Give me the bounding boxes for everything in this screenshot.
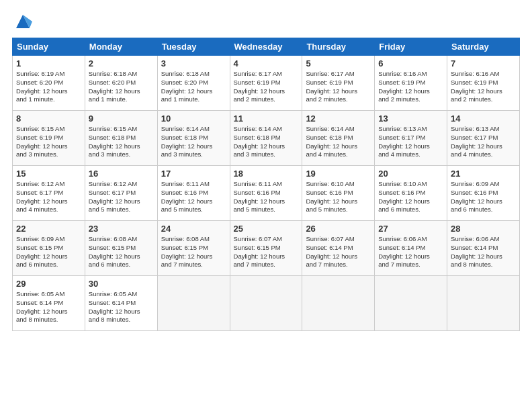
day-number: 11 [234, 113, 299, 124]
day-number: 27 [378, 224, 443, 234]
day-cell: 10Sunrise: 6:14 AMSunset: 6:18 PMDayligh… [157, 111, 230, 166]
day-info: Sunrise: 6:19 AMSunset: 6:20 PMDaylight:… [16, 70, 68, 103]
col-header-friday: Friday [375, 38, 447, 56]
day-cell: 13Sunrise: 6:13 AMSunset: 6:17 PMDayligh… [375, 111, 447, 166]
col-header-saturday: Saturday [447, 38, 520, 56]
day-info: Sunrise: 6:09 AMSunset: 6:15 PMDaylight:… [16, 235, 68, 268]
day-cell: 6Sunrise: 6:16 AMSunset: 6:19 PMDaylight… [375, 56, 447, 111]
day-info: Sunrise: 6:16 AMSunset: 6:19 PMDaylight:… [451, 70, 502, 103]
day-cell: 4Sunrise: 6:17 AMSunset: 6:19 PMDaylight… [230, 56, 302, 111]
day-info: Sunrise: 6:12 AMSunset: 6:17 PMDaylight:… [16, 180, 68, 213]
day-info: Sunrise: 6:14 AMSunset: 6:18 PMDaylight:… [161, 125, 213, 158]
day-cell: 7Sunrise: 6:16 AMSunset: 6:19 PMDaylight… [447, 56, 520, 111]
day-cell: 22Sunrise: 6:09 AMSunset: 6:15 PMDayligh… [13, 221, 85, 276]
week-row-1: 1Sunrise: 6:19 AMSunset: 6:20 PMDaylight… [13, 56, 520, 111]
week-row-2: 8Sunrise: 6:15 AMSunset: 6:19 PMDaylight… [13, 111, 520, 166]
day-cell [375, 276, 447, 331]
header-row: SundayMondayTuesdayWednesdayThursdayFrid… [13, 38, 520, 56]
col-header-tuesday: Tuesday [157, 38, 230, 56]
day-number: 9 [89, 113, 154, 124]
col-header-wednesday: Wednesday [230, 38, 302, 56]
day-info: Sunrise: 6:11 AMSunset: 6:16 PMDaylight:… [234, 180, 285, 213]
day-info: Sunrise: 6:08 AMSunset: 6:15 PMDaylight:… [89, 235, 140, 268]
day-cell: 2Sunrise: 6:18 AMSunset: 6:20 PMDaylight… [85, 56, 157, 111]
day-number: 8 [16, 113, 81, 124]
day-info: Sunrise: 6:12 AMSunset: 6:17 PMDaylight:… [89, 180, 140, 213]
col-header-sunday: Sunday [13, 38, 85, 56]
day-cell: 5Sunrise: 6:17 AMSunset: 6:19 PMDaylight… [302, 56, 375, 111]
day-cell: 17Sunrise: 6:11 AMSunset: 6:16 PMDayligh… [157, 166, 230, 221]
day-cell: 15Sunrise: 6:12 AMSunset: 6:17 PMDayligh… [13, 166, 85, 221]
day-cell: 12Sunrise: 6:14 AMSunset: 6:18 PMDayligh… [302, 111, 375, 166]
day-number: 30 [89, 279, 154, 289]
day-cell: 11Sunrise: 6:14 AMSunset: 6:18 PMDayligh… [230, 111, 302, 166]
col-header-monday: Monday [85, 38, 157, 56]
day-cell: 18Sunrise: 6:11 AMSunset: 6:16 PMDayligh… [230, 166, 302, 221]
day-number: 19 [306, 169, 371, 179]
day-number: 24 [161, 224, 226, 234]
day-number: 13 [378, 113, 443, 124]
day-cell: 19Sunrise: 6:10 AMSunset: 6:16 PMDayligh… [302, 166, 375, 221]
day-number: 4 [234, 58, 299, 68]
day-info: Sunrise: 6:05 AMSunset: 6:14 PMDaylight:… [16, 290, 68, 323]
day-cell: 8Sunrise: 6:15 AMSunset: 6:19 PMDaylight… [13, 111, 85, 166]
calendar-table: SundayMondayTuesdayWednesdayThursdayFrid… [12, 38, 520, 331]
day-cell: 28Sunrise: 6:06 AMSunset: 6:14 PMDayligh… [447, 221, 520, 276]
day-number: 6 [378, 58, 443, 68]
day-number: 14 [451, 113, 516, 124]
day-info: Sunrise: 6:16 AMSunset: 6:19 PMDaylight:… [378, 70, 430, 103]
day-number: 17 [161, 169, 226, 179]
day-number: 20 [378, 169, 443, 179]
day-number: 12 [306, 113, 371, 124]
day-number: 23 [89, 224, 154, 234]
day-info: Sunrise: 6:14 AMSunset: 6:18 PMDaylight:… [306, 125, 357, 158]
day-info: Sunrise: 6:13 AMSunset: 6:17 PMDaylight:… [378, 125, 430, 158]
day-cell: 20Sunrise: 6:10 AMSunset: 6:16 PMDayligh… [375, 166, 447, 221]
day-info: Sunrise: 6:13 AMSunset: 6:17 PMDaylight:… [451, 125, 502, 158]
day-info: Sunrise: 6:10 AMSunset: 6:16 PMDaylight:… [378, 180, 430, 213]
day-cell: 3Sunrise: 6:18 AMSunset: 6:20 PMDaylight… [157, 56, 230, 111]
week-row-4: 22Sunrise: 6:09 AMSunset: 6:15 PMDayligh… [13, 221, 520, 276]
day-number: 10 [161, 113, 226, 124]
header [12, 12, 520, 31]
day-cell: 1Sunrise: 6:19 AMSunset: 6:20 PMDaylight… [13, 56, 85, 111]
day-info: Sunrise: 6:15 AMSunset: 6:19 PMDaylight:… [16, 125, 68, 158]
day-info: Sunrise: 6:11 AMSunset: 6:16 PMDaylight:… [161, 180, 213, 213]
day-number: 7 [451, 58, 516, 68]
day-info: Sunrise: 6:17 AMSunset: 6:19 PMDaylight:… [306, 70, 357, 103]
day-info: Sunrise: 6:18 AMSunset: 6:20 PMDaylight:… [161, 70, 213, 103]
day-cell: 27Sunrise: 6:06 AMSunset: 6:14 PMDayligh… [375, 221, 447, 276]
week-row-5: 29Sunrise: 6:05 AMSunset: 6:14 PMDayligh… [13, 276, 520, 331]
day-number: 1 [16, 58, 81, 68]
day-info: Sunrise: 6:14 AMSunset: 6:18 PMDaylight:… [234, 125, 285, 158]
day-info: Sunrise: 6:09 AMSunset: 6:16 PMDaylight:… [451, 180, 502, 213]
logo-icon [13, 12, 32, 31]
day-number: 5 [306, 58, 371, 68]
day-cell [157, 276, 230, 331]
day-number: 18 [234, 169, 299, 179]
day-number: 22 [16, 224, 81, 234]
day-number: 16 [89, 169, 154, 179]
week-row-3: 15Sunrise: 6:12 AMSunset: 6:17 PMDayligh… [13, 166, 520, 221]
day-number: 29 [16, 279, 81, 289]
day-cell: 16Sunrise: 6:12 AMSunset: 6:17 PMDayligh… [85, 166, 157, 221]
day-cell: 23Sunrise: 6:08 AMSunset: 6:15 PMDayligh… [85, 221, 157, 276]
day-info: Sunrise: 6:06 AMSunset: 6:14 PMDaylight:… [451, 235, 502, 268]
day-cell: 24Sunrise: 6:08 AMSunset: 6:15 PMDayligh… [157, 221, 230, 276]
day-number: 21 [451, 169, 516, 179]
day-cell: 21Sunrise: 6:09 AMSunset: 6:16 PMDayligh… [447, 166, 520, 221]
day-cell: 30Sunrise: 6:05 AMSunset: 6:14 PMDayligh… [85, 276, 157, 331]
day-cell [447, 276, 520, 331]
day-cell: 26Sunrise: 6:07 AMSunset: 6:14 PMDayligh… [302, 221, 375, 276]
day-info: Sunrise: 6:10 AMSunset: 6:16 PMDaylight:… [306, 180, 357, 213]
day-number: 2 [89, 58, 154, 68]
day-info: Sunrise: 6:17 AMSunset: 6:19 PMDaylight:… [234, 70, 285, 103]
day-number: 3 [161, 58, 226, 68]
day-cell [302, 276, 375, 331]
day-cell [230, 276, 302, 331]
day-number: 15 [16, 169, 81, 179]
page: SundayMondayTuesdayWednesdayThursdayFrid… [0, 0, 532, 338]
day-info: Sunrise: 6:18 AMSunset: 6:20 PMDaylight:… [89, 70, 140, 103]
day-info: Sunrise: 6:07 AMSunset: 6:14 PMDaylight:… [306, 235, 357, 268]
day-number: 25 [234, 224, 299, 234]
